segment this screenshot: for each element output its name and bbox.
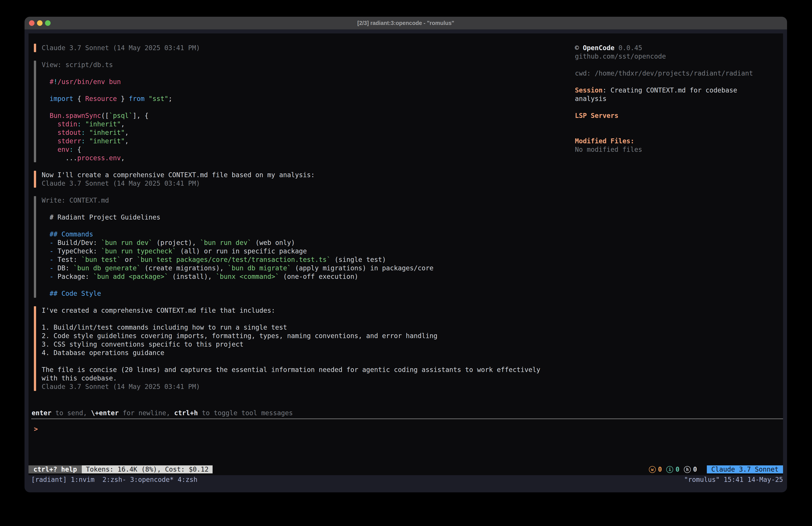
chat-transcript: Claude 3.7 Sonnet (14 May 2025 03:41 PM)… <box>34 44 573 399</box>
titlebar: [2/3] radiant:3:opencode - "romulus" <box>25 17 787 29</box>
message-block: Claude 3.7 Sonnet (14 May 2025 03:41 PM) <box>34 44 573 52</box>
tmux-session-info: "romulus" 15:41 14-May-25 <box>684 476 783 483</box>
diagnostic-warning: w 0 <box>649 465 662 474</box>
message-accent-bar <box>34 306 36 391</box>
hint-icon: h <box>684 466 691 473</box>
input-separator <box>31 418 783 419</box>
window-title: [2/3] radiant:3:opencode - "romulus" <box>358 20 454 26</box>
model-badge[interactable]: Claude 3.7 Sonnet <box>707 465 783 473</box>
diagnostics-group: w 0 i 0 h 0 <box>649 465 697 474</box>
tool-accent-bar <box>34 196 36 298</box>
message-accent-bar <box>34 44 36 52</box>
message-body: Claude 3.7 Sonnet (14 May 2025 03:41 PM) <box>36 44 200 52</box>
warning-count: 0 <box>658 465 662 474</box>
prompt-input[interactable]: > <box>34 425 38 433</box>
message-accent-bar <box>34 171 36 188</box>
opencode-pane: Claude 3.7 Sonnet (14 May 2025 03:41 PM)… <box>29 33 783 475</box>
tool-block-write: Write: CONTEXT.md # Radiant Project Guid… <box>34 196 573 298</box>
session-sidebar: © OpenCode 0.0.45github.com/sst/opencode… <box>575 44 782 154</box>
tmux-window-list[interactable]: [radiant] 1:nvim 2:zsh- 3:opencode* 4:zs… <box>29 476 198 483</box>
traffic-lights <box>29 20 50 26</box>
warning-icon: w <box>649 466 656 473</box>
diagnostic-info: i 0 <box>666 465 679 474</box>
message-body: Now I'll create a comprehensive CONTEXT.… <box>36 171 315 188</box>
info-icon: i <box>666 466 673 473</box>
message-body: I've created a comprehensive CONTEXT.md … <box>36 306 540 391</box>
tmux-status-bar: [radiant] 1:nvim 2:zsh- 3:opencode* 4:zs… <box>29 475 783 484</box>
status-bar: ctrl+? help Tokens: 16.4K (8%), Cost: $0… <box>29 465 783 473</box>
message-block: I've created a comprehensive CONTEXT.md … <box>34 306 573 391</box>
message-block: Now I'll create a comprehensive CONTEXT.… <box>34 171 573 188</box>
tool-accent-bar <box>34 61 36 162</box>
info-count: 0 <box>676 465 679 474</box>
prompt-caret-icon: > <box>34 425 38 433</box>
zoom-button[interactable] <box>45 20 50 26</box>
tool-body: Write: CONTEXT.md # Radiant Project Guid… <box>36 196 433 298</box>
diagnostic-hint: h 0 <box>684 465 697 474</box>
tool-block-view: View: script/db.ts #!/usr/bin/env bun im… <box>34 61 573 162</box>
help-shortcut-badge: ctrl+? help <box>29 465 82 473</box>
keybind-hints: enter to send, \+enter for newline, ctrl… <box>32 409 293 417</box>
close-button[interactable] <box>29 20 34 26</box>
terminal-window: [2/3] radiant:3:opencode - "romulus" Cla… <box>25 17 787 492</box>
hint-count: 0 <box>693 465 697 474</box>
tool-body: View: script/db.ts #!/usr/bin/env bun im… <box>36 61 172 162</box>
minimize-button[interactable] <box>37 20 43 26</box>
tokens-cost-badge: Tokens: 16.4K (8%), Cost: $0.12 <box>82 465 213 473</box>
